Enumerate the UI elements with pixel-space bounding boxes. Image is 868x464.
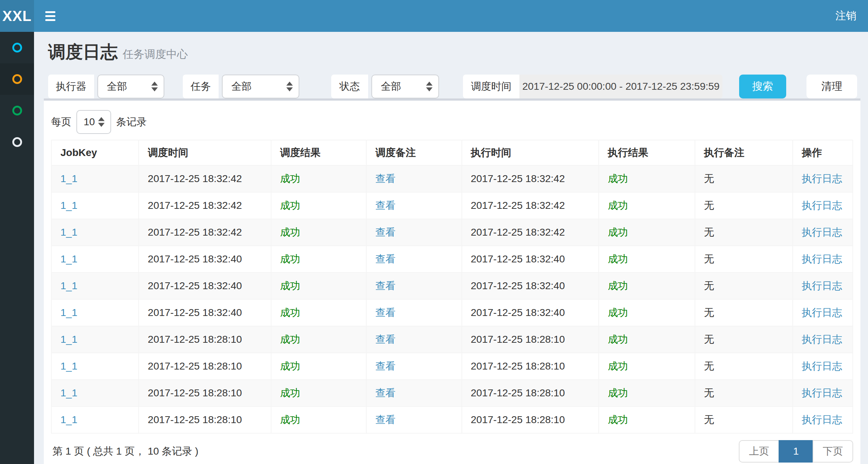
trigger-time-cell: 2017-12-25 18:28:10	[148, 334, 242, 345]
jobkey-link[interactable]: 1_1	[60, 414, 77, 425]
jobkey-link[interactable]: 1_1	[60, 200, 77, 211]
sidebar-item-3[interactable]	[0, 95, 34, 126]
sidebar-item-4[interactable]	[0, 126, 34, 158]
job-filter-label: 任务	[183, 75, 219, 98]
trigger-result-cell: 成功	[280, 307, 300, 318]
jobkey-link[interactable]: 1_1	[60, 253, 77, 265]
handle-time-cell: 2017-12-25 18:32:42	[471, 227, 565, 238]
current-page-button[interactable]: 1	[779, 440, 813, 463]
execution-log-link[interactable]: 执行日志	[802, 414, 842, 425]
execution-log-link[interactable]: 执行日志	[802, 253, 842, 265]
page-size-suffix-label: 条记录	[116, 115, 147, 129]
table-row: 1_12017-12-25 18:32:40成功查看2017-12-25 18:…	[51, 273, 853, 299]
handle-remark-cell: 无	[704, 280, 714, 291]
logout-button[interactable]: 注销	[824, 0, 868, 32]
jobkey-link[interactable]: 1_1	[60, 280, 77, 291]
jobkey-link[interactable]: 1_1	[60, 360, 77, 372]
execution-log-link[interactable]: 执行日志	[802, 173, 842, 184]
table-row: 1_12017-12-25 18:32:40成功查看2017-12-25 18:…	[51, 246, 853, 273]
table-row: 1_12017-12-25 18:32:42成功查看2017-12-25 18:…	[51, 219, 853, 246]
circle-icon	[12, 137, 22, 147]
trigger-time-cell: 2017-12-25 18:32:40	[148, 253, 242, 265]
page-title: 调度日志	[48, 41, 118, 64]
handle-time-cell: 2017-12-25 18:32:40	[471, 253, 565, 265]
trigger-remark-view-link[interactable]: 查看	[375, 280, 396, 291]
handle-result-cell: 成功	[608, 173, 628, 184]
jobkey-link[interactable]: 1_1	[60, 307, 77, 318]
handle-result-cell: 成功	[608, 200, 628, 211]
table-row: 1_12017-12-25 18:28:10成功查看2017-12-25 18:…	[51, 406, 853, 433]
trigger-remark-view-link[interactable]: 查看	[375, 227, 396, 238]
status-select[interactable]: 全部	[371, 75, 439, 98]
table-row: 1_12017-12-25 18:28:10成功查看2017-12-25 18:…	[51, 380, 853, 406]
jobkey-link[interactable]: 1_1	[60, 227, 77, 238]
page-size-select[interactable]: 10	[76, 110, 111, 134]
select-arrows-icon	[426, 82, 433, 92]
execution-log-link[interactable]: 执行日志	[802, 227, 842, 238]
select-arrows-icon	[151, 82, 158, 92]
handle-remark-cell: 无	[704, 253, 714, 265]
handle-remark-cell: 无	[704, 387, 714, 398]
handle-remark-cell: 无	[704, 200, 714, 211]
search-button[interactable]: 搜索	[739, 75, 786, 98]
table-row: 1_12017-12-25 18:28:10成功查看2017-12-25 18:…	[51, 326, 853, 353]
handle-time-cell: 2017-12-25 18:28:10	[471, 414, 565, 425]
trigger-time-cell: 2017-12-25 18:32:40	[148, 280, 242, 291]
trigger-remark-view-link[interactable]: 查看	[375, 253, 396, 265]
page-size-control: 每页 10 条记录	[51, 110, 853, 134]
trigger-time-cell: 2017-12-25 18:32:40	[148, 307, 242, 318]
table-row: 1_12017-12-25 18:32:42成功查看2017-12-25 18:…	[51, 165, 853, 192]
handle-remark-cell: 无	[704, 307, 714, 318]
trigger-remark-view-link[interactable]: 查看	[375, 334, 396, 345]
handle-result-cell: 成功	[608, 253, 628, 265]
trigger-remark-view-link[interactable]: 查看	[375, 307, 396, 318]
handle-time-cell: 2017-12-25 18:28:10	[471, 334, 565, 345]
dispatch-log-table: JobKey调度时间调度结果调度备注执行时间执行结果执行备注操作 1_12017…	[51, 140, 853, 434]
sidebar-item-2[interactable]	[0, 63, 34, 95]
handle-result-cell: 成功	[608, 280, 628, 291]
job-select[interactable]: 全部	[222, 75, 299, 98]
execution-log-link[interactable]: 执行日志	[802, 200, 842, 211]
table-footer: 第 1 页 ( 总共 1 页， 10 条记录 ) 上页 1 下页	[51, 440, 853, 464]
trigger-time-range-input[interactable]: 2017-12-25 00:00:00 - 2017-12-25 23:59:5…	[519, 75, 722, 98]
log-table-panel: 每页 10 条记录 JobKey调度时间调度结果调度备注执行时间执行结果执行备注…	[44, 98, 860, 464]
trigger-result-cell: 成功	[280, 334, 300, 345]
trigger-remark-view-link[interactable]: 查看	[375, 173, 396, 184]
app-logo[interactable]: XXL	[0, 0, 34, 32]
next-page-button[interactable]: 下页	[813, 440, 853, 463]
execution-log-link[interactable]: 执行日志	[802, 307, 842, 318]
execution-log-link[interactable]: 执行日志	[802, 334, 842, 345]
handle-result-cell: 成功	[608, 334, 628, 345]
jobkey-link[interactable]: 1_1	[60, 173, 77, 184]
table-row: 1_12017-12-25 18:32:40成功查看2017-12-25 18:…	[51, 299, 853, 326]
handle-time-cell: 2017-12-25 18:32:40	[471, 307, 565, 318]
clear-button[interactable]: 清理	[806, 75, 857, 98]
sidebar-item-1[interactable]	[0, 32, 34, 63]
trigger-remark-view-link[interactable]: 查看	[375, 360, 396, 372]
trigger-time-cell: 2017-12-25 18:28:10	[148, 360, 242, 372]
trigger-result-cell: 成功	[280, 227, 300, 238]
execution-log-link[interactable]: 执行日志	[802, 280, 842, 291]
handle-remark-cell: 无	[704, 360, 714, 372]
handle-time-cell: 2017-12-25 18:28:10	[471, 387, 565, 398]
trigger-remark-view-link[interactable]: 查看	[375, 387, 396, 398]
jobkey-link[interactable]: 1_1	[60, 387, 77, 398]
jobkey-link[interactable]: 1_1	[60, 334, 77, 345]
executor-filter-group: 执行器 全部	[48, 75, 164, 98]
trigger-time-filter-label: 调度时间	[463, 75, 519, 98]
execution-log-link[interactable]: 执行日志	[802, 360, 842, 372]
sidebar-toggle-button[interactable]	[34, 0, 67, 32]
trigger-remark-view-link[interactable]: 查看	[375, 414, 396, 425]
status-filter-group: 状态 全部	[331, 75, 439, 98]
executor-select[interactable]: 全部	[97, 75, 164, 98]
trigger-remark-view-link[interactable]: 查看	[375, 200, 396, 211]
circle-icon	[12, 43, 22, 52]
prev-page-button[interactable]: 上页	[739, 440, 779, 463]
column-header-4: 调度备注	[366, 140, 462, 165]
trigger-result-cell: 成功	[280, 414, 300, 425]
trigger-time-filter-group: 调度时间 2017-12-25 00:00:00 - 2017-12-25 23…	[463, 75, 722, 98]
handle-result-cell: 成功	[608, 360, 628, 372]
execution-log-link[interactable]: 执行日志	[802, 387, 842, 398]
column-header-2: 调度时间	[139, 140, 271, 165]
handle-time-cell: 2017-12-25 18:32:42	[471, 173, 565, 184]
